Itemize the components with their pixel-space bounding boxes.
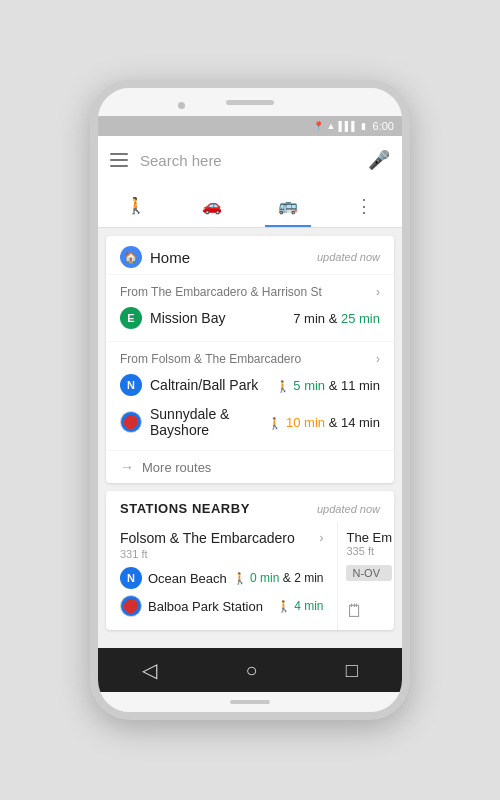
- hamburger-menu-button[interactable]: [110, 153, 128, 167]
- route-from-row-2[interactable]: From Folsom & The Embarcadero ›: [120, 348, 380, 370]
- badge-n-caltrain: N: [120, 374, 142, 396]
- tab-transit[interactable]: 🚌: [250, 184, 326, 227]
- station-1-chevron: ›: [319, 531, 323, 545]
- nav-bar: ◁ ○ □: [98, 648, 402, 692]
- home-card-title-row: 🏠 Home: [120, 246, 190, 268]
- station-1-route-ocean: N Ocean Beach 🚶 0 min & 2 min: [120, 564, 323, 592]
- route-destination-caltrain: N Caltrain/Ball Park 🚶 5 min & 11 min: [120, 370, 380, 402]
- chevron-right-2: ›: [376, 352, 380, 366]
- badge-kt-balboa: [120, 595, 142, 617]
- badge-n-ocean: N: [120, 567, 142, 589]
- camera-dot: [178, 102, 185, 109]
- more-routes-row[interactable]: → More routes: [106, 450, 394, 483]
- wifi-icon: ▲: [327, 121, 336, 131]
- station-name-row-1: Folsom & The Embarcadero ›: [120, 530, 323, 548]
- status-time: 6:00: [373, 120, 394, 132]
- time-info-mission-bay: 7 min & 25 min: [293, 311, 380, 326]
- station-2-dist: 335 ft: [346, 545, 392, 561]
- search-input[interactable]: Search here: [140, 152, 368, 169]
- speaker: [226, 100, 274, 105]
- home-card-header: 🏠 Home updated now: [106, 236, 394, 274]
- stations-nearby-card: STATIONS NEARBY updated now Folsom & The…: [106, 491, 394, 630]
- status-bar: 📍 ▲ ▌▌▌ ▮ 6:00: [98, 116, 402, 136]
- status-icons: 📍 ▲ ▌▌▌ ▮ 6:00: [313, 120, 394, 132]
- stations-updated-text: updated now: [317, 503, 380, 515]
- scroll-area: 🏠 Home updated now From The Embarcadero …: [98, 228, 402, 648]
- route-section-2: From Folsom & The Embarcadero › N Caltra…: [106, 341, 394, 450]
- home-button[interactable]: ○: [245, 659, 257, 682]
- back-button[interactable]: ◁: [142, 658, 157, 682]
- search-bar: Search here 🎤: [98, 136, 402, 184]
- hamburger-line-3: [110, 165, 128, 167]
- transit-tab-icon: 🚌: [278, 196, 298, 215]
- home-card: 🏠 Home updated now From The Embarcadero …: [106, 236, 394, 483]
- hamburger-line-1: [110, 153, 128, 155]
- tab-drive[interactable]: 🚗: [174, 184, 250, 227]
- transport-tabs: 🚶 🚗 🚌 ⋮: [98, 184, 402, 228]
- time-info-sunnydale: 🚶 10 min & 14 min: [268, 415, 380, 430]
- recent-button[interactable]: □: [346, 659, 358, 682]
- walk-tab-icon: 🚶: [126, 196, 146, 215]
- phone-bottom-bar: [98, 692, 402, 712]
- route-destination-mission-bay: E Mission Bay 7 min & 25 min: [120, 303, 380, 335]
- station-1-dist: 331 ft: [120, 548, 323, 564]
- stations-horizontal-list: Folsom & The Embarcadero › 331 ft N Ocea…: [106, 522, 394, 630]
- route-from-row-1[interactable]: From The Embarcadero & Harrison St ›: [120, 281, 380, 303]
- mic-icon[interactable]: 🎤: [368, 149, 390, 171]
- dest-name-mission-bay: Mission Bay: [150, 310, 285, 326]
- more-routes-arrow-icon: →: [120, 459, 134, 475]
- station-2-partial-icon: 🗒: [346, 601, 392, 622]
- badge-kt-sunnydale: [120, 411, 142, 433]
- tab-more[interactable]: ⋮: [326, 184, 402, 227]
- drive-tab-icon: 🚗: [202, 196, 222, 215]
- station-1-time-ocean: 🚶 0 min & 2 min: [233, 571, 324, 585]
- station-1-route-balboa: Balboa Park Station 🚶 4 min: [120, 592, 323, 620]
- route-from-text-2: From Folsom & The Embarcadero: [120, 352, 301, 366]
- tab-walk[interactable]: 🚶: [98, 184, 174, 227]
- station-2-name: The Em: [346, 530, 392, 545]
- app-content: Search here 🎤 🚶 🚗 🚌 ⋮ �: [98, 136, 402, 648]
- bottom-pill: [230, 700, 270, 704]
- hamburger-line-2: [110, 159, 128, 161]
- badge-e: E: [120, 307, 142, 329]
- route-section-1: From The Embarcadero & Harrison St › E M…: [106, 274, 394, 341]
- battery-icon: ▮: [361, 121, 366, 131]
- stations-header: STATIONS NEARBY updated now: [106, 491, 394, 522]
- route-destination-sunnydale: Sunnydale & Bayshore 🚶 10 min & 14 min: [120, 402, 380, 444]
- station-1-dest-balboa: Balboa Park Station: [148, 599, 271, 614]
- home-icon: 🏠: [120, 246, 142, 268]
- location-icon: 📍: [313, 121, 324, 131]
- phone-top-bar: [98, 88, 402, 116]
- signal-icon: ▌▌▌: [338, 121, 357, 131]
- station-col-2-partial[interactable]: The Em 335 ft N-OV 🗒: [338, 522, 394, 630]
- station-1-time-balboa: 🚶 4 min: [277, 599, 324, 613]
- station-1-name: Folsom & The Embarcadero: [120, 530, 295, 546]
- phone-shell: 📍 ▲ ▌▌▌ ▮ 6:00 Search here 🎤 🚶: [90, 80, 410, 720]
- station-1-dest-ocean: Ocean Beach: [148, 571, 227, 586]
- home-updated-text: updated now: [317, 251, 380, 263]
- dest-name-sunnydale: Sunnydale & Bayshore: [150, 406, 260, 438]
- dest-name-caltrain: Caltrain/Ball Park: [150, 377, 268, 393]
- more-options-icon: ⋮: [355, 195, 373, 217]
- chevron-right-1: ›: [376, 285, 380, 299]
- station-col-1[interactable]: Folsom & The Embarcadero › 331 ft N Ocea…: [106, 522, 338, 630]
- home-card-title: Home: [150, 249, 190, 266]
- more-routes-text: More routes: [142, 460, 211, 475]
- time-info-caltrain: 🚶 5 min & 11 min: [276, 378, 380, 393]
- stations-title: STATIONS NEARBY: [120, 501, 250, 516]
- route-from-text-1: From The Embarcadero & Harrison St: [120, 285, 322, 299]
- station-2-partial-badge: N-OV: [346, 565, 392, 581]
